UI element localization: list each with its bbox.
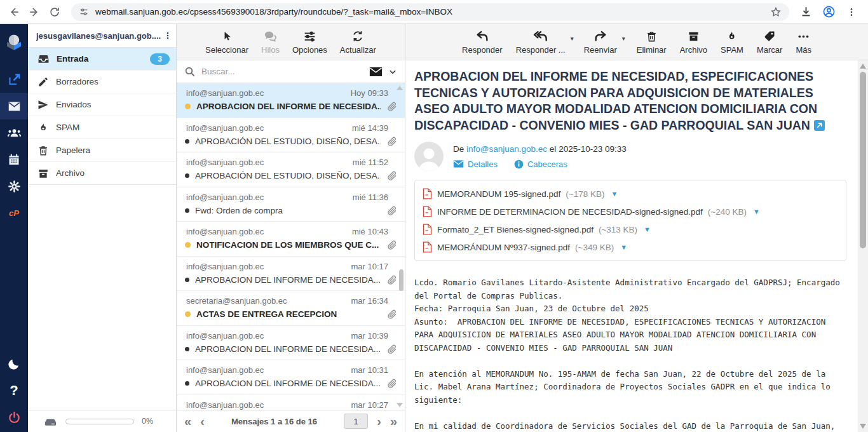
message-list-item[interactable]: info@sanjuan.gob.ec mar 10:31 APROBACION… bbox=[177, 360, 405, 395]
message-row-sender: info@sanjuan.gob.ec bbox=[186, 227, 264, 236]
list-scroll-up-icon[interactable] bbox=[397, 86, 403, 90]
site-settings-icon[interactable] bbox=[79, 7, 89, 17]
help-button[interactable]: ? bbox=[0, 377, 28, 404]
attachment-row[interactable]: Formato_2_ET Bienes-signed-signed.pdf (~… bbox=[423, 220, 838, 238]
list-scrollbar-thumb[interactable] bbox=[399, 269, 403, 291]
bookmark-star-icon[interactable] bbox=[770, 6, 782, 18]
paperclip-icon bbox=[386, 101, 397, 112]
forward-label: Reenviar bbox=[584, 45, 617, 55]
mail-nav-button[interactable] bbox=[0, 93, 28, 119]
more-label: Más bbox=[796, 45, 811, 55]
pdf-file-icon bbox=[423, 188, 432, 199]
attachment-name[interactable]: Formato_2_ET Bienes-signed-signed.pdf bbox=[437, 225, 593, 234]
message-list-item[interactable]: info@sanjuan.gob.ec mié 14:39 APROBACIÓN… bbox=[177, 118, 405, 153]
attachment-menu-caret-icon[interactable]: ▼ bbox=[611, 190, 618, 198]
profile-button[interactable] bbox=[818, 2, 839, 22]
search-scope-envelope-icon[interactable] bbox=[369, 66, 383, 78]
message-list-item[interactable]: info@sanjuan.gob.ec mar 10:17 APROBACION… bbox=[177, 257, 405, 292]
archive-button[interactable]: Archivo bbox=[679, 29, 709, 55]
sender-email-link[interactable]: info@sanjuan.gob.ec bbox=[466, 144, 547, 154]
reply-all-caret-icon[interactable]: ▾ bbox=[571, 35, 574, 42]
attachment-row[interactable]: MEMORANDUM 195-signed.pdf (~178 KB) ▼ bbox=[423, 185, 838, 203]
refresh-button[interactable]: Actualizar bbox=[339, 29, 377, 55]
list-scroll-down-icon[interactable] bbox=[397, 403, 403, 407]
attachment-name[interactable]: INFORME DE DETERMINACION DE NECESIDAD-si… bbox=[437, 207, 703, 217]
attachment-menu-caret-icon[interactable]: ▼ bbox=[620, 243, 627, 251]
logout-button[interactable] bbox=[0, 404, 28, 431]
compose-button[interactable] bbox=[0, 66, 28, 93]
reply-button[interactable]: Responder bbox=[461, 29, 504, 55]
quota-progress-bar bbox=[65, 419, 134, 424]
message-row-subject: NOTIFICACION DE LOS MIEMBROS QUE C... bbox=[196, 240, 381, 250]
reload-button[interactable] bbox=[44, 2, 65, 22]
attachment-menu-caret-icon[interactable]: ▼ bbox=[753, 208, 760, 215]
message-row-subject: APROBACION DEL INFORME DE NECESIDA... bbox=[196, 102, 381, 111]
page-number-input[interactable] bbox=[344, 414, 368, 429]
attachment-row[interactable]: MEMORÁNDUM Nº937-signed.pdf (~349 KB) ▼ bbox=[423, 238, 838, 256]
folder-trash[interactable]: Papelera bbox=[28, 139, 176, 162]
address-bar[interactable]: webmail.sanjuan.gob.ec/cpsess4569390018/… bbox=[71, 3, 789, 21]
mark-button[interactable]: Marcar bbox=[756, 29, 783, 55]
delete-button[interactable]: Eliminar bbox=[635, 29, 668, 55]
external-link-icon[interactable] bbox=[814, 120, 825, 131]
scrollbar-thumb[interactable] bbox=[860, 72, 866, 248]
select-button[interactable]: Seleccionar bbox=[204, 29, 250, 55]
forward-caret-icon[interactable]: ▾ bbox=[622, 35, 625, 42]
details-toggle[interactable]: Detalles bbox=[453, 159, 498, 169]
attachment-name[interactable]: MEMORÁNDUM Nº937-signed.pdf bbox=[437, 243, 570, 252]
reply-all-button[interactable]: Responder ... ▾ bbox=[515, 29, 567, 55]
threads-button[interactable]: Hilos bbox=[260, 29, 281, 55]
options-button[interactable]: Opciones bbox=[291, 29, 329, 55]
message-list-item[interactable]: info@sanjuan.gob.ec mar 10:39 APROBACION… bbox=[177, 326, 405, 361]
calendar-nav-button[interactable] bbox=[0, 146, 28, 173]
attachment-row[interactable]: INFORME DE DETERMINACION DE NECESIDAD-si… bbox=[423, 203, 838, 220]
read-status-dot bbox=[185, 208, 189, 213]
headers-toggle[interactable]: Cabeceras bbox=[514, 159, 567, 169]
scroll-down-icon[interactable] bbox=[860, 424, 866, 429]
chat-bubbles-icon bbox=[263, 29, 278, 43]
pdf-file-icon bbox=[423, 241, 432, 253]
trash-icon bbox=[37, 145, 49, 156]
read-status-dot bbox=[185, 139, 189, 144]
flame-icon bbox=[37, 122, 49, 133]
search-options-chevron-icon[interactable] bbox=[388, 67, 397, 76]
more-button[interactable]: Más bbox=[794, 29, 813, 55]
folder-inbox[interactable]: Entrada 3 bbox=[28, 48, 176, 71]
message-list-item[interactable]: info@sanjuan.gob.ec mié 11:36 Fwd: Orden… bbox=[177, 187, 405, 222]
folder-archive[interactable]: Archivo bbox=[28, 162, 176, 185]
back-button[interactable] bbox=[4, 2, 24, 22]
next-page-button[interactable]: › bbox=[377, 415, 381, 428]
folder-sent[interactable]: Enviados bbox=[28, 93, 176, 116]
forward-button[interactable] bbox=[24, 2, 44, 22]
folder-spam[interactable]: SPAM bbox=[28, 116, 176, 139]
downloads-button[interactable] bbox=[796, 2, 816, 22]
attachment-name[interactable]: MEMORANDUM 195-signed.pdf bbox=[437, 189, 560, 199]
browser-menu-button[interactable] bbox=[841, 2, 862, 22]
attachment-menu-caret-icon[interactable]: ▼ bbox=[644, 226, 651, 233]
scroll-up-icon[interactable] bbox=[860, 64, 866, 69]
dark-mode-button[interactable] bbox=[0, 351, 28, 377]
reply-all-label: Responder ... bbox=[516, 45, 566, 55]
read-status-dot bbox=[185, 278, 189, 282]
from-line: De info@sanjuan.gob.ec el 2025-10-23 09:… bbox=[453, 144, 627, 154]
folder-label: Enviados bbox=[56, 100, 92, 109]
folder-drafts[interactable]: Borradores bbox=[28, 71, 176, 93]
message-list-item[interactable]: secretaria@sanjuan.gob.ec mar 16:34 ACTA… bbox=[177, 291, 405, 326]
ellipsis-icon bbox=[797, 29, 810, 43]
message-row-date: mar 10:27 bbox=[351, 400, 388, 410]
last-page-button[interactable]: » bbox=[390, 415, 397, 428]
message-list-item[interactable]: info@sanjuan.gob.ec mar 10:27 bbox=[177, 395, 405, 410]
spam-button[interactable]: SPAM bbox=[719, 29, 745, 55]
forward-button[interactable]: Reenviar ▾ bbox=[583, 29, 618, 55]
search-input[interactable] bbox=[201, 67, 363, 76]
contacts-nav-button[interactable] bbox=[0, 119, 28, 146]
message-list-item[interactable]: info@sanjuan.gob.ec Hoy 09:33 APROBACION… bbox=[177, 83, 405, 118]
prev-page-button[interactable]: ‹ bbox=[200, 415, 205, 428]
message-list-item[interactable]: info@sanjuan.gob.ec mié 10:43 NOTIFICACI… bbox=[177, 222, 405, 257]
message-list-item[interactable]: info@sanjuan.gob.ec mié 11:52 APROBACIÓN… bbox=[177, 152, 405, 187]
settings-nav-button[interactable] bbox=[0, 173, 28, 199]
cpanel-button[interactable]: cP bbox=[0, 199, 28, 226]
first-page-button[interactable]: « bbox=[184, 415, 191, 428]
account-menu-icon[interactable] bbox=[163, 30, 172, 41]
reading-scrollbar[interactable] bbox=[858, 60, 868, 432]
